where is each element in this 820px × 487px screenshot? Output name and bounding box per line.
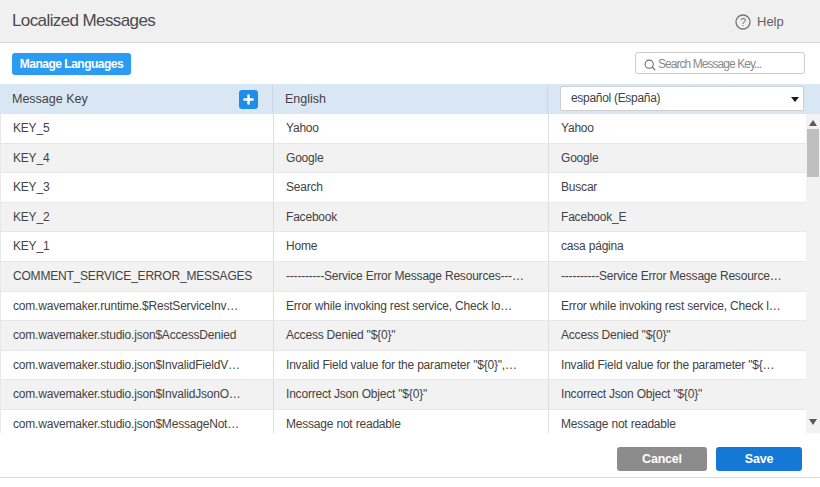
svg-text:?: ? <box>740 16 746 28</box>
